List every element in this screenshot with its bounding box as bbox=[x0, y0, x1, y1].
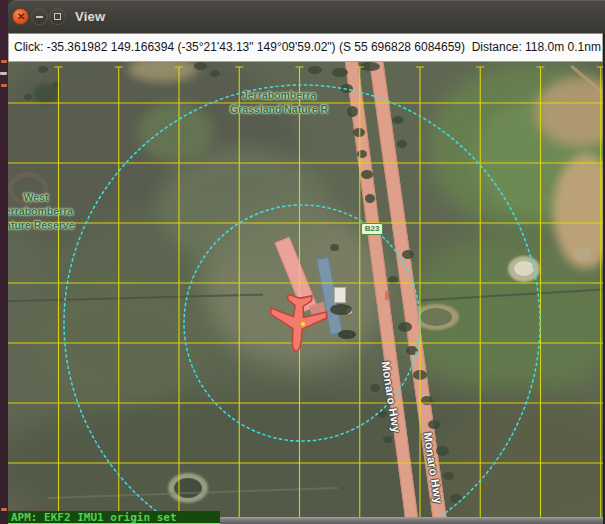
click-coordinates-readout: Click: -35.361982 149.166394 (-35°21'43.… bbox=[14, 34, 603, 61]
map-overlay bbox=[8, 62, 603, 517]
maximize-button[interactable] bbox=[49, 8, 66, 25]
satellite-map-view[interactable]: Jerrabomberra Grassland Nature R West Je… bbox=[8, 62, 603, 517]
terminal-text-fragment bbox=[1, 60, 7, 63]
window-title: View bbox=[75, 9, 105, 24]
screenshot-root: ✕ View Click: -35.361982 149.166394 (-35… bbox=[0, 0, 605, 524]
label-line: West bbox=[8, 190, 88, 204]
click-marker-dot bbox=[301, 322, 306, 327]
west-reserve-label: West Jerrabomberra Nature Reserve bbox=[8, 190, 88, 232]
label-line: Nature Reserve bbox=[8, 218, 88, 232]
maximize-icon bbox=[54, 13, 61, 20]
terminal-text-fragment bbox=[0, 72, 7, 75]
nature-reserve-label: Jerrabomberra Grassland Nature R bbox=[204, 88, 354, 116]
terminal-text-fragment bbox=[1, 84, 7, 87]
minimize-icon bbox=[36, 16, 43, 18]
view-window: ✕ View Click: -35.361982 149.166394 (-35… bbox=[8, 0, 605, 524]
titlebar[interactable]: ✕ View bbox=[8, 0, 605, 33]
close-icon: ✕ bbox=[17, 11, 25, 22]
status-bar: Click: -35.361982 149.166394 (-35°21'43.… bbox=[8, 33, 603, 62]
console-message: APM: EKF2 IMU1 origin set bbox=[8, 511, 220, 524]
background-terminal-sliver bbox=[0, 0, 8, 524]
label-line: Jerrabomberra bbox=[8, 204, 88, 218]
close-button[interactable]: ✕ bbox=[12, 8, 29, 25]
terminal-text-fragment bbox=[1, 508, 7, 511]
minimize-button[interactable] bbox=[31, 8, 48, 25]
grid-lines bbox=[8, 67, 603, 517]
aircraft-icon bbox=[268, 293, 328, 353]
label-line: Grassland Nature R bbox=[204, 102, 354, 116]
route-badge-b23: B23 bbox=[361, 223, 383, 235]
label-line: Jerrabomberra bbox=[204, 88, 354, 102]
